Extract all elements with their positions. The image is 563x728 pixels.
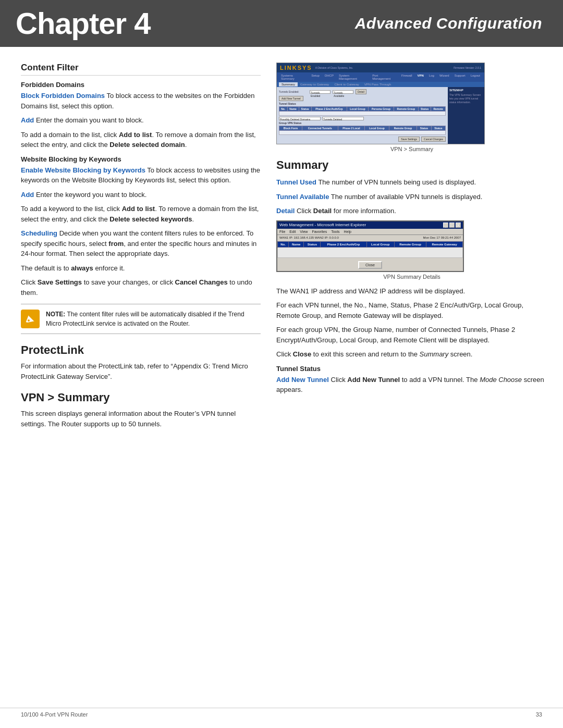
- mode-italic: Mode Choose: [480, 376, 522, 384]
- website-blocking-title: Website Blocking by Keywords: [21, 155, 261, 163]
- tab-summary[interactable]: Summary: [279, 82, 298, 87]
- nav-setup2: Setup: [309, 73, 322, 81]
- tunnel-row: Tunnels Enabled: Tunnels Enabled Tunnels…: [279, 89, 446, 94]
- delete-kw-bold: Delete selected keywords: [109, 215, 192, 223]
- vpn-details-screen: Web Management - Microsoft Internet Expl…: [276, 220, 464, 272]
- th-name: Name: [287, 107, 299, 112]
- save-settings-btn[interactable]: Save Settings: [398, 137, 420, 142]
- close-para: Click Close to exit this screen and retu…: [276, 349, 547, 360]
- nav-log: Log: [427, 73, 436, 81]
- detail-label: Detail: [276, 207, 295, 215]
- vd-th-remote-grp: Remote Group: [394, 241, 426, 247]
- gvpn-th2: Connected Tunnels: [302, 126, 338, 131]
- menu-view[interactable]: View: [300, 230, 308, 233]
- block-forbidden-para: Block Forbidden Domains To block access …: [21, 91, 261, 111]
- menu-tools[interactable]: Tools: [331, 230, 339, 233]
- tab-ctg[interactable]: Client to Gateway: [332, 82, 361, 87]
- menu-favorites[interactable]: Favorites: [312, 230, 327, 233]
- wan1-para: The WAN1 IP address and WAN2 IP address …: [276, 286, 547, 297]
- close-btn-win[interactable]: X: [456, 223, 461, 228]
- th-status: Status: [299, 107, 311, 112]
- tunnel-available-field: Tunnels Available: [333, 90, 353, 94]
- gvpn-th4: Local Group: [365, 126, 389, 131]
- th-status2: Status: [419, 107, 431, 112]
- add-kw-label: Add: [21, 191, 34, 199]
- content-filter-section: Content Filter Forbidden Domains Block F…: [21, 63, 261, 334]
- protectlink-section: ProtectLink For information about the Pr…: [21, 343, 261, 381]
- summary-title: Summary: [276, 158, 547, 172]
- delete-text: .: [185, 141, 187, 149]
- addtolist-kw-para: To add a keyword to the list, click Add …: [21, 204, 261, 224]
- td-empty: [279, 112, 446, 116]
- save-bold: Save Settings: [38, 278, 82, 286]
- detail-text2: for more information.: [332, 207, 396, 215]
- footer-right: 33: [536, 711, 542, 718]
- linksys-tabs: Summary Gateway to Gateway Client to Gat…: [277, 82, 484, 87]
- tunnel-available-label: Tunnel Available: [276, 193, 329, 201]
- nav-mgmt: System Management: [337, 73, 369, 81]
- forbidden-domains-title: Forbidden Domains: [21, 81, 261, 89]
- tab-gtg[interactable]: Gateway to Gateway: [298, 82, 332, 87]
- vd-th-name: Name: [289, 241, 304, 247]
- add-new-label: Add New Tunnel: [276, 376, 329, 384]
- th-no: No.: [279, 107, 288, 112]
- tunnel-used-para: Tunnel Used The number of VPN tunnels be…: [276, 177, 547, 188]
- vd-close-button[interactable]: Close: [358, 261, 382, 269]
- close-text1: Click: [276, 350, 293, 358]
- sitemap-label: SITEMAP: [449, 89, 483, 92]
- vpn-details-label: VPN Summary Details: [276, 274, 547, 280]
- tunnel-status-table: No. Name Status Phase 2 Enc/Auth/Grp Loc…: [279, 106, 446, 116]
- page-title: Advanced Configuration: [355, 15, 542, 32]
- linksys-screen: LINKSYS A Division of Cisco Systems, Inc…: [276, 63, 485, 144]
- add-new-tunnel-btn[interactable]: Add New Tunnel: [279, 96, 303, 101]
- linksys-header-right: Firmware Version: 2.0.1: [454, 66, 481, 69]
- vd-empty: [278, 247, 463, 257]
- addtolist-bold: Add to list: [119, 131, 152, 139]
- tab-passthrough[interactable]: VPN Pass Through: [362, 82, 394, 87]
- domains-row: Possibly Deleted Domains Tunnels Deleted: [279, 117, 446, 120]
- maximize-btn[interactable]: □: [449, 223, 455, 228]
- from-bold: from: [108, 240, 124, 248]
- tunnel-used-text: The number of VPN tunnels being used is …: [316, 178, 476, 186]
- detail-btn[interactable]: Detail: [356, 89, 366, 94]
- nav-setup: Systems Summary: [279, 73, 308, 81]
- right-column: LINKSYS A Division of Cisco Systems, Inc…: [276, 63, 547, 438]
- close-italic: Summary: [420, 350, 449, 358]
- linksys-content: Tunnels Enabled: Tunnels Enabled Tunnels…: [277, 87, 448, 144]
- vpn-summary-left-section: VPN > Summary This screen displays gener…: [21, 391, 261, 429]
- linksys-logo: LINKSYS A Division of Cisco Systems, Inc…: [280, 65, 353, 71]
- left-column: Content Filter Forbidden Domains Block F…: [21, 63, 261, 438]
- menu-file[interactable]: File: [279, 230, 285, 233]
- menu-edit[interactable]: Edit: [289, 230, 296, 233]
- save-para: Click Save Settings to save your changes…: [21, 277, 261, 298]
- detail-bold: Detail: [313, 207, 332, 215]
- note-content: The content filter rules will be automat…: [46, 311, 244, 327]
- tunnel-status-title: Tunnel Status: [276, 365, 547, 373]
- gvpn-empty: [279, 131, 446, 135]
- tunnel-status-label: Tunnel Status: [279, 102, 446, 105]
- protectlink-title: ProtectLink: [21, 343, 261, 357]
- add-domain-para: Add Enter the domain you want to block.: [21, 115, 261, 126]
- vd-info-row: WAN1 IP: 192.168.4.135 WAN2 IP: 0.0.0.0 …: [277, 235, 463, 240]
- protectlink-text: For information about the ProtectLink ta…: [21, 361, 261, 381]
- close-text2: to exit this screen and return to the: [311, 350, 419, 358]
- nav-logout: Logout: [469, 73, 482, 81]
- minimize-btn[interactable]: _: [443, 223, 448, 228]
- gvpn-th1: Block Form: [279, 126, 302, 131]
- cancel-changes-btn[interactable]: Cancel Changes: [421, 137, 446, 142]
- linksys-main: Tunnels Enabled: Tunnels Enabled Tunnels…: [277, 87, 484, 144]
- date-info: Mon Dec 17 09:21:44 2007: [423, 236, 461, 239]
- add-new-text2: to add a VPN tunnel. The: [400, 376, 480, 384]
- enable-blocking-para: Enable Website Blocking by Keywords To b…: [21, 165, 261, 186]
- th-persona: Persona Group: [369, 107, 394, 112]
- nav-wizard: Wizard: [437, 73, 451, 81]
- addtolist-kw-bold: Add to list: [122, 205, 155, 213]
- addtolist-kw-text1: To add a keyword to the list, click: [21, 205, 122, 213]
- always-text: enforce it.: [93, 264, 125, 272]
- vpn-summary-left-text: This screen displays general information…: [21, 409, 261, 429]
- nav-vpn[interactable]: VPN: [415, 73, 426, 81]
- add-kw-text: Enter the keyword you want to block.: [34, 191, 146, 199]
- vd-th-local: Local Group: [366, 241, 394, 247]
- nav-support: Support: [452, 73, 468, 81]
- menu-help[interactable]: Help: [344, 230, 351, 233]
